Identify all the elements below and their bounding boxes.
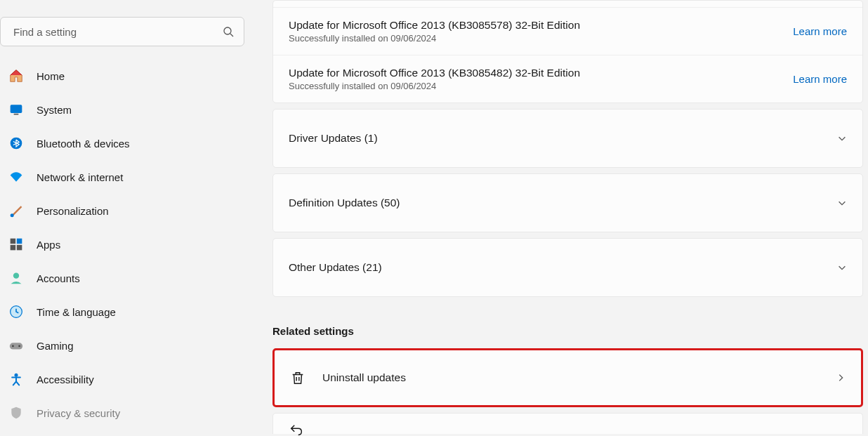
nav-label: Privacy & security <box>37 407 120 419</box>
svg-rect-7 <box>17 239 22 244</box>
nav-label: Accessibility <box>37 374 94 385</box>
expander-label: Definition Updates (50) <box>289 197 400 209</box>
definition-updates-expander[interactable]: Definition Updates (50) <box>272 173 863 232</box>
update-title: Update for Microsoft Office 2013 (KB3085… <box>289 19 580 32</box>
nav-label: Apps <box>37 239 60 251</box>
update-status: Successfully installed on 09/06/2024 <box>289 33 580 44</box>
sidebar-item-time[interactable]: Time & language <box>0 295 244 329</box>
bluetooth-icon <box>8 136 24 151</box>
wifi-icon <box>8 169 24 185</box>
update-row: Update for Microsoft Office 2013 (KB3085… <box>273 55 862 103</box>
driver-updates-expander[interactable]: Driver Updates (1) <box>272 109 863 168</box>
shield-icon <box>8 405 24 421</box>
update-row: Update for Microsoft Office 2013 (KB3085… <box>273 8 862 55</box>
sidebar-item-home[interactable]: Home <box>0 59 244 93</box>
update-row-cutoff <box>273 1 862 8</box>
svg-point-13 <box>12 345 14 348</box>
update-title: Update for Microsoft Office 2013 (KB3085… <box>289 67 580 79</box>
chevron-down-icon <box>837 198 847 208</box>
nav-label: Home <box>37 70 65 82</box>
brush-icon <box>8 203 24 218</box>
expander-label: Driver Updates (1) <box>289 132 378 145</box>
setting-row-partial[interactable] <box>272 413 863 434</box>
sidebar-nav: Home System Bluetooth & devices Network … <box>0 59 244 430</box>
undo-icon <box>289 423 304 437</box>
svg-rect-6 <box>11 239 16 244</box>
expander-label: Other Updates (21) <box>289 261 382 274</box>
sidebar-item-accounts[interactable]: Accounts <box>0 261 244 295</box>
learn-more-link[interactable]: Learn more <box>793 25 847 37</box>
sidebar-item-network[interactable]: Network & internet <box>0 160 244 194</box>
chevron-down-icon <box>837 133 847 143</box>
search-box[interactable] <box>0 17 244 46</box>
trash-icon <box>290 370 305 385</box>
nav-label: System <box>37 104 72 116</box>
svg-rect-12 <box>10 343 22 349</box>
sidebar-item-gaming[interactable]: Gaming <box>0 329 244 362</box>
sidebar-item-bluetooth[interactable]: Bluetooth & devices <box>0 126 244 160</box>
svg-rect-8 <box>11 245 16 251</box>
svg-point-14 <box>18 345 20 348</box>
svg-point-15 <box>15 374 18 377</box>
nav-label: Accounts <box>37 272 80 284</box>
nav-label: Time & language <box>37 306 116 318</box>
svg-point-5 <box>11 213 14 217</box>
search-icon <box>223 26 234 37</box>
other-updates-expander[interactable]: Other Updates (21) <box>272 238 863 297</box>
main-content: Update for Microsoft Office 2013 (KB3085… <box>244 0 868 436</box>
person-icon <box>8 270 24 286</box>
clock-icon <box>8 304 24 319</box>
nav-label: Gaming <box>37 340 74 352</box>
nav-label: Bluetooth & devices <box>37 138 130 150</box>
system-icon <box>8 102 24 117</box>
svg-rect-2 <box>11 105 22 113</box>
svg-rect-9 <box>17 245 22 251</box>
related-settings-header: Related settings <box>272 325 863 337</box>
search-input[interactable] <box>13 26 223 38</box>
svg-rect-3 <box>14 114 19 115</box>
home-icon <box>8 68 24 84</box>
svg-line-1 <box>230 34 233 37</box>
uninstall-updates-row[interactable]: Uninstall updates <box>272 348 863 407</box>
sidebar-item-accessibility[interactable]: Accessibility <box>0 362 244 396</box>
svg-point-10 <box>13 273 19 279</box>
sidebar-item-personalization[interactable]: Personalization <box>0 194 244 227</box>
sidebar-item-privacy[interactable]: Privacy & security <box>0 396 244 430</box>
chevron-right-icon <box>836 373 846 383</box>
sidebar-item-system[interactable]: System <box>0 93 244 126</box>
update-history-group: Update for Microsoft Office 2013 (KB3085… <box>272 0 863 103</box>
svg-point-0 <box>224 27 231 34</box>
gamepad-icon <box>8 338 24 353</box>
update-status: Successfully installed on 09/06/2024 <box>289 81 580 91</box>
learn-more-link[interactable]: Learn more <box>793 73 847 85</box>
setting-label: Uninstall updates <box>322 371 406 384</box>
apps-icon <box>8 237 24 252</box>
nav-label: Network & internet <box>37 171 123 183</box>
sidebar-item-apps[interactable]: Apps <box>0 227 244 261</box>
nav-label: Personalization <box>37 205 109 217</box>
chevron-down-icon <box>837 263 847 272</box>
accessibility-icon <box>8 371 24 387</box>
